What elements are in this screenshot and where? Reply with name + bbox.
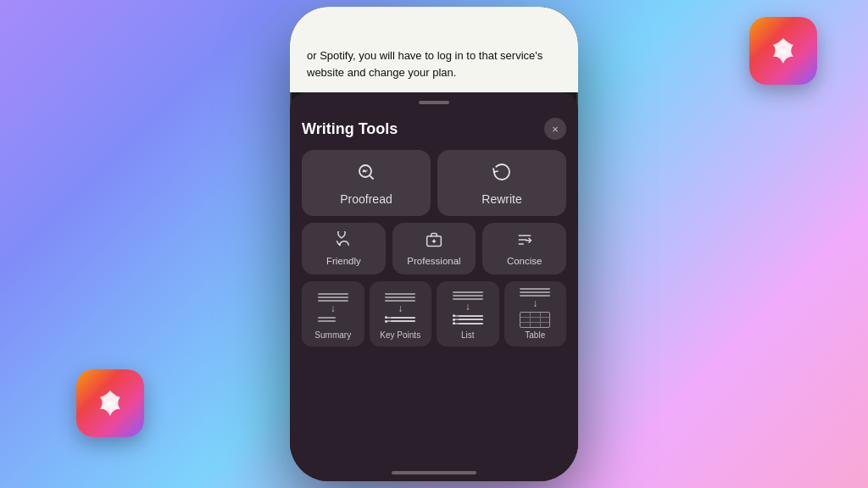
table-icon-area: ↓ <box>513 288 557 327</box>
doc-line-short <box>318 317 337 319</box>
preview-line2: website and change your plan. <box>307 66 456 79</box>
doc-line <box>520 291 550 293</box>
summary-doc-lines <box>318 293 348 302</box>
list-icon-area: ↓ <box>446 288 490 327</box>
row-small: ↓ Summary ↓ <box>302 281 566 347</box>
friendly-icon <box>335 231 352 251</box>
kp-dot <box>453 314 455 317</box>
key-points-button[interactable]: ↓ Key Points <box>370 281 432 347</box>
professional-icon <box>426 231 442 251</box>
panel-header: Writing Tools × <box>302 118 566 140</box>
kp-bar <box>391 317 415 319</box>
kp-line <box>453 323 483 324</box>
doc-line <box>453 298 483 300</box>
concise-label: Concise <box>507 256 542 266</box>
table-cell <box>531 323 541 327</box>
table-cell <box>541 313 550 317</box>
summary-arrow: ↓ <box>331 303 336 313</box>
doc-line-short <box>318 320 337 322</box>
table-cell <box>541 323 550 327</box>
kp-bar <box>459 315 483 317</box>
friendly-button[interactable]: Friendly <box>302 223 386 274</box>
kp-bar <box>459 319 483 320</box>
doc-line <box>520 295 550 297</box>
table-cell <box>541 318 550 322</box>
close-icon: × <box>552 123 559 136</box>
table-cell <box>520 313 531 317</box>
close-button[interactable]: × <box>544 118 566 140</box>
doc-line <box>520 288 550 290</box>
doc-line <box>318 297 348 298</box>
rewrite-button[interactable]: Rewrite <box>437 150 566 216</box>
list-button[interactable]: ↓ <box>437 281 499 347</box>
proofread-icon <box>356 162 376 186</box>
table-label: Table <box>525 330 545 340</box>
kp-arrow: ↓ <box>398 303 403 313</box>
doc-line <box>385 297 415 298</box>
friendly-label: Friendly <box>326 256 361 266</box>
panel-handle <box>419 101 449 104</box>
rewrite-icon <box>492 162 512 186</box>
svg-point-4 <box>366 169 367 170</box>
kp-dot <box>385 320 387 323</box>
panel-title: Writing Tools <box>302 120 398 138</box>
kp-bar <box>459 323 483 324</box>
summary-label: Summary <box>314 330 351 340</box>
kp-line <box>453 315 483 317</box>
doc-line <box>385 300 415 302</box>
list-bullet-lines <box>453 315 483 324</box>
kp-line <box>453 319 483 320</box>
kp-line <box>385 317 415 319</box>
table-cell <box>520 318 531 322</box>
table-button[interactable]: ↓ <box>504 281 567 347</box>
concise-button[interactable]: Concise <box>482 223 566 274</box>
row-large: Proofread Rewrite <box>302 150 566 216</box>
table-cell <box>531 318 541 322</box>
list-label: List <box>461 330 475 340</box>
home-bar <box>392 471 476 474</box>
apple-intelligence-icon-bottom <box>76 369 144 437</box>
professional-label: Professional <box>407 256 460 266</box>
list-arrow: ↓ <box>465 302 470 312</box>
doc-line <box>318 293 348 295</box>
list-top-lines <box>453 291 483 300</box>
svg-point-1 <box>107 400 114 407</box>
apple-intelligence-icon-top <box>749 17 817 85</box>
summary-doc-lines-short <box>318 317 348 322</box>
professional-button[interactable]: Professional <box>392 223 476 274</box>
key-points-label: Key Points <box>380 330 420 340</box>
kp-dot <box>453 319 455 321</box>
kp-line <box>385 320 415 322</box>
doc-line <box>453 291 483 293</box>
kp-top-lines <box>385 293 415 302</box>
table-top-lines <box>520 288 550 297</box>
kp-bullet-lines <box>385 317 415 323</box>
home-indicator <box>290 464 578 481</box>
table-cell <box>531 313 541 317</box>
table-arrow: ↓ <box>532 298 537 308</box>
summary-icon-area: ↓ <box>311 288 355 327</box>
proofread-label: Proofread <box>340 192 392 206</box>
svg-point-3 <box>363 169 364 170</box>
status-bar <box>290 7 578 44</box>
doc-line <box>318 300 348 302</box>
summary-button[interactable]: ↓ Summary <box>302 281 364 347</box>
kp-bar <box>391 320 415 322</box>
row-medium: Friendly Professional <box>302 223 566 274</box>
preview-line1: or Spotify, you will have to log in to t… <box>307 49 542 62</box>
text-preview: or Spotify, you will have to log in to t… <box>290 44 578 92</box>
table-illustration <box>520 312 550 328</box>
kp-dot <box>453 322 455 324</box>
writing-tools-panel: Writing Tools × Proofread <box>290 92 578 464</box>
concise-icon <box>516 231 533 251</box>
phone-shell: or Spotify, you will have to log in to t… <box>290 7 578 481</box>
table-cell <box>520 323 531 327</box>
kp-dot <box>385 316 387 319</box>
svg-point-0 <box>780 47 787 54</box>
key-points-icon-area: ↓ <box>378 288 422 327</box>
table-row <box>520 323 549 327</box>
doc-line <box>453 295 483 297</box>
rewrite-label: Rewrite <box>481 192 521 206</box>
doc-line <box>385 293 415 295</box>
proofread-button[interactable]: Proofread <box>302 150 431 216</box>
